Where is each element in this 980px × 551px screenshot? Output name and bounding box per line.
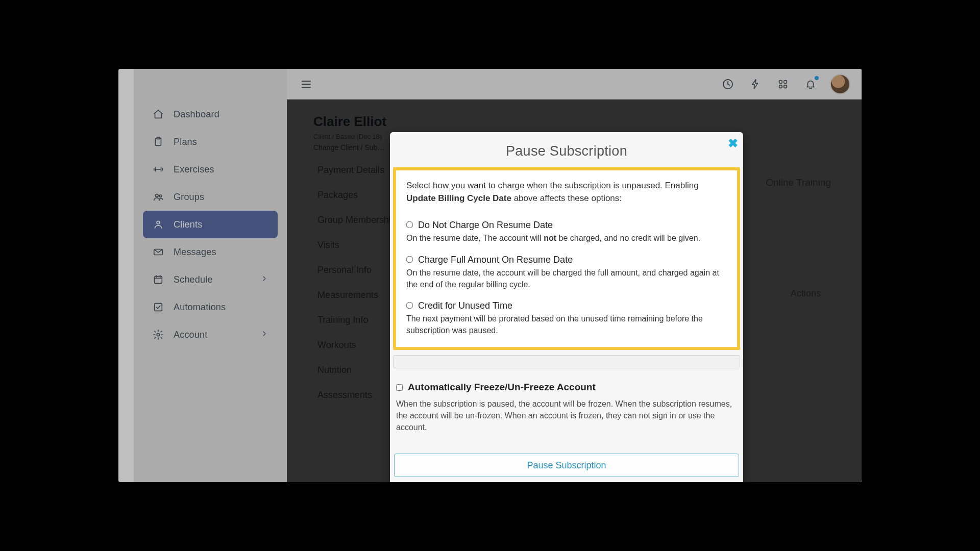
sidebar-item-label: Account — [174, 330, 207, 340]
user-icon — [152, 218, 164, 231]
mail-icon — [152, 246, 164, 258]
highlighted-section: Select how you want to charge when the s… — [393, 167, 740, 350]
sidebar-item-schedule[interactable]: Schedule — [143, 266, 278, 293]
bolt-icon[interactable] — [748, 77, 763, 91]
option-title: Do Not Charge On Resume Date — [418, 220, 553, 230]
checkbox-auto-freeze[interactable]: Automatically Freeze/Un-Freeze Account — [396, 382, 737, 393]
freeze-title: Automatically Freeze/Un-Freeze Account — [408, 382, 596, 393]
clock-icon[interactable] — [721, 77, 735, 91]
calendar-icon — [152, 273, 164, 286]
chevron-right-icon — [260, 274, 268, 285]
svg-rect-13 — [784, 85, 787, 88]
option-desc: On the resume date, The account will not… — [406, 233, 727, 244]
svg-rect-7 — [155, 304, 162, 311]
pause-subscription-button[interactable]: Pause Subscription — [394, 454, 739, 477]
svg-point-4 — [157, 221, 160, 224]
sidebar-item-account[interactable]: Account — [143, 321, 278, 348]
svg-point-2 — [156, 194, 159, 197]
svg-point-3 — [159, 195, 161, 197]
sidebar-item-label: Exercises — [174, 164, 214, 175]
chevron-right-icon — [260, 330, 268, 340]
users-icon — [152, 191, 164, 203]
option-desc: The next payment will be prorated based … — [406, 313, 727, 336]
svg-rect-10 — [779, 80, 782, 83]
intro-post: above affects these options: — [511, 193, 622, 203]
checkbox-input[interactable] — [396, 384, 403, 391]
radio-charge-full[interactable]: Charge Full Amount On Resume Date On the… — [406, 255, 727, 290]
radio-input[interactable] — [406, 256, 413, 263]
desc-pre: On the resume date, The account will — [406, 234, 544, 242]
sidebar-item-label: Automations — [174, 302, 226, 313]
sidebar-item-exercises[interactable]: Exercises — [143, 156, 278, 183]
close-icon[interactable]: ✖ — [728, 136, 738, 151]
radio-do-not-charge[interactable]: Do Not Charge On Resume Date On the resu… — [406, 220, 727, 244]
option-title: Credit for Unused Time — [418, 300, 512, 311]
actions-heading: Actions — [791, 288, 821, 299]
client-name: Claire Elliot — [313, 114, 841, 130]
intro-bold: Update Billing Cycle Date — [406, 193, 511, 203]
topbar — [287, 69, 862, 99]
tab-online-training[interactable]: Online Training — [766, 177, 831, 188]
avatar[interactable] — [831, 75, 849, 93]
sidebar-item-label: Groups — [174, 192, 204, 203]
freeze-desc: When the subscription is paused, the acc… — [396, 398, 737, 434]
sidebar-item-label: Messages — [174, 247, 216, 258]
sidebar-item-label: Plans — [174, 137, 197, 147]
pause-subscription-modal: ✖ Pause Subscription Select how you want… — [390, 132, 743, 482]
gear-icon — [152, 329, 164, 341]
notification-dot — [815, 76, 819, 80]
sidebar-item-plans[interactable]: Plans — [143, 128, 278, 156]
sidebar-item-label: Clients — [174, 219, 202, 230]
home-icon — [152, 108, 164, 120]
option-desc: On the resume date, the account will be … — [406, 267, 727, 290]
radio-input[interactable] — [406, 221, 413, 229]
sidebar: Dashboard Plans Exercises Groups — [134, 69, 287, 482]
bell-icon[interactable] — [803, 77, 818, 91]
dumbbell-icon — [152, 163, 164, 176]
check-square-icon — [152, 301, 164, 313]
svg-rect-11 — [784, 80, 787, 83]
sidebar-item-dashboard[interactable]: Dashboard — [143, 101, 278, 128]
modal-title: Pause Subscription — [390, 132, 743, 167]
sidebar-item-label: Dashboard — [174, 109, 219, 120]
sidebar-item-groups[interactable]: Groups — [143, 183, 278, 211]
intro-text: Select how you want to charge when the s… — [406, 180, 727, 205]
sidebar-item-clients[interactable]: Clients — [143, 211, 278, 238]
sidebar-item-label: Schedule — [174, 274, 213, 285]
svg-point-8 — [157, 333, 160, 336]
svg-rect-6 — [155, 277, 162, 284]
collapsed-field[interactable] — [393, 355, 740, 368]
desc-post: be charged, and no credit will be given. — [556, 234, 700, 242]
sidebar-item-automations[interactable]: Automations — [143, 293, 278, 321]
svg-rect-12 — [779, 85, 782, 88]
intro-pre: Select how you want to charge when the s… — [406, 181, 699, 190]
option-title: Charge Full Amount On Resume Date — [418, 255, 573, 265]
radio-input[interactable] — [406, 302, 413, 309]
apps-icon[interactable] — [776, 77, 790, 91]
radio-credit-unused[interactable]: Credit for Unused Time The next payment … — [406, 300, 727, 336]
sidebar-item-messages[interactable]: Messages — [143, 238, 278, 266]
menu-icon[interactable] — [299, 77, 313, 91]
desc-bold: not — [544, 234, 556, 242]
clipboard-icon — [152, 136, 164, 148]
